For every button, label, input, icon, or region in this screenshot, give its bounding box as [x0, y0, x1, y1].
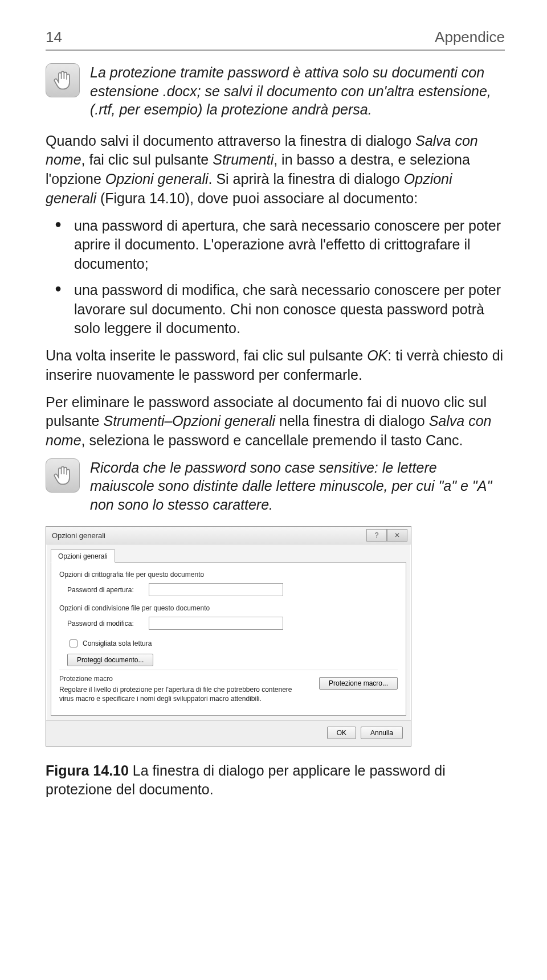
bullet-list: una password di apertura, che sarà neces… [46, 216, 505, 339]
macro-description: Regolare il livello di protezione per l'… [59, 685, 293, 703]
group-macro: Protezione macro [59, 675, 293, 683]
group-encryption: Opzioni di crittografia file per questo … [59, 571, 398, 579]
checkbox-readonly[interactable] [70, 639, 77, 647]
hand-stop-icon [46, 63, 80, 97]
group-sharing: Opzioni di condivisione file per questo … [59, 604, 398, 612]
bullet-item-1: una password di apertura, che sarà neces… [46, 216, 505, 274]
label-password-modify: Password di modifica: [67, 620, 134, 628]
macro-protection-button[interactable]: Protezione macro... [319, 677, 398, 690]
cancel-button[interactable]: Annulla [361, 727, 403, 739]
dialog-title: Opzioni generali [52, 531, 105, 540]
section-title: Appendice [435, 28, 505, 46]
page-header: 14 Appendice [46, 28, 505, 51]
bullet-item-2: una password di modifica, che sarà neces… [46, 281, 505, 338]
label-password-open: Password di apertura: [67, 586, 134, 594]
close-button[interactable]: ✕ [387, 529, 407, 542]
dialog-titlebar: Opzioni generali ? ✕ [46, 527, 411, 544]
figure-caption: Figura 14.10 La finestra di dialogo per … [46, 761, 505, 800]
page-number: 14 [46, 28, 62, 46]
protect-document-button[interactable]: Proteggi documento... [67, 654, 153, 666]
ok-button[interactable]: OK [327, 727, 356, 739]
label-readonly: Consigliata sola lettura [83, 639, 152, 647]
note-1-text: La protezione tramite password è attiva … [90, 63, 505, 119]
help-button[interactable]: ? [366, 529, 387, 542]
paragraph-2: Una volta inserite le password, fai clic… [46, 346, 505, 385]
paragraph-1: Quando salvi il documento attraverso la … [46, 132, 505, 208]
options-dialog: Opzioni generali ? ✕ Opzioni generali Op… [46, 526, 411, 746]
tab-general-options[interactable]: Opzioni generali [51, 550, 115, 563]
hand-stop-icon [46, 458, 80, 493]
input-password-open[interactable] [149, 583, 283, 596]
note-2-text: Ricorda che le password sono case sensit… [90, 458, 505, 514]
input-password-modify[interactable] [149, 617, 283, 630]
paragraph-3: Per eliminare le password associate al d… [46, 393, 505, 450]
